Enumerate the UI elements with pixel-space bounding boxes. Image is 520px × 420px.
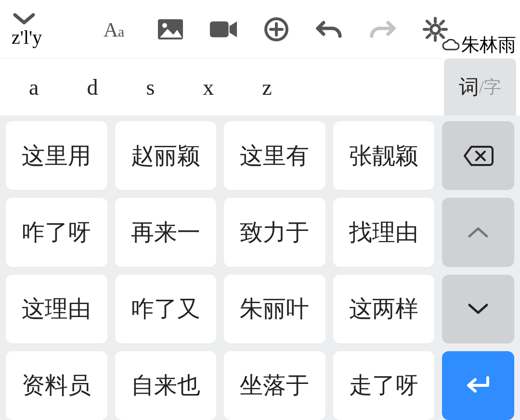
cloud-icon: [441, 39, 459, 51]
letter-key[interactable]: a: [29, 75, 39, 100]
letter-key[interactable]: z: [262, 75, 272, 100]
mode-sub-label: 字: [484, 76, 501, 99]
mode-main-label: 词: [459, 74, 479, 101]
candidate[interactable]: 再来一: [115, 198, 217, 267]
candidate[interactable]: 资料员: [6, 351, 107, 420]
svg-line-16: [427, 35, 430, 38]
letter-key[interactable]: x: [203, 75, 214, 100]
user-indicator: 朱林雨: [441, 33, 516, 57]
toolbar-left: z'l'y: [10, 10, 42, 49]
candidate[interactable]: 找理由: [333, 198, 435, 267]
candidate[interactable]: 朱丽叶: [224, 275, 325, 344]
pinyin-input: z'l'y: [10, 26, 42, 49]
svg-line-15: [441, 21, 443, 24]
svg-rect-4: [210, 21, 229, 37]
mode-sep: /: [479, 77, 484, 97]
enter-key[interactable]: [442, 351, 514, 420]
text-style-icon[interactable]: Aa: [103, 15, 132, 44]
candidate[interactable]: 坐落于: [224, 351, 325, 420]
candidate[interactable]: 自来也: [115, 351, 217, 420]
word-char-toggle[interactable]: 词/字: [444, 59, 516, 115]
candidate-area: 这里用 赵丽颖 这里有 张靓颖 咋了呀 再来一 致力于 找理由 这理由 咋了又 …: [0, 115, 520, 420]
svg-point-8: [431, 25, 440, 34]
undo-icon[interactable]: [315, 15, 344, 44]
toolbar-mid: Aa: [42, 15, 510, 44]
svg-line-13: [427, 21, 430, 24]
letter-row: a d s x z 词/字: [0, 59, 520, 115]
svg-text:A: A: [104, 19, 118, 41]
letter-key[interactable]: s: [146, 75, 155, 100]
candidate[interactable]: 这里用: [6, 121, 107, 190]
svg-point-3: [162, 23, 167, 28]
candidate[interactable]: 咋了又: [115, 275, 217, 344]
candidate[interactable]: 赵丽颖: [115, 121, 217, 190]
user-name: 朱林雨: [461, 33, 516, 57]
toolbar: z'l'y Aa 朱林雨: [0, 0, 520, 59]
candidate[interactable]: 这两样: [333, 275, 435, 344]
candidate[interactable]: 咋了呀: [6, 198, 107, 267]
backspace-key[interactable]: [442, 121, 514, 190]
letter-key[interactable]: d: [87, 75, 98, 100]
svg-text:a: a: [118, 24, 124, 39]
candidate[interactable]: 这理由: [6, 275, 107, 344]
candidate[interactable]: 致力于: [224, 198, 325, 267]
followup-letters: a d s x z: [0, 75, 444, 100]
redo-icon: [368, 15, 397, 44]
image-icon[interactable]: [156, 15, 185, 44]
add-icon[interactable]: [262, 15, 291, 44]
candidate[interactable]: 这里有: [224, 121, 325, 190]
candidate[interactable]: 走了呀: [333, 351, 435, 420]
video-icon[interactable]: [209, 15, 238, 44]
candidate[interactable]: 张靓颖: [333, 121, 435, 190]
page-down-key[interactable]: [442, 275, 514, 344]
page-up-key[interactable]: [442, 198, 514, 267]
